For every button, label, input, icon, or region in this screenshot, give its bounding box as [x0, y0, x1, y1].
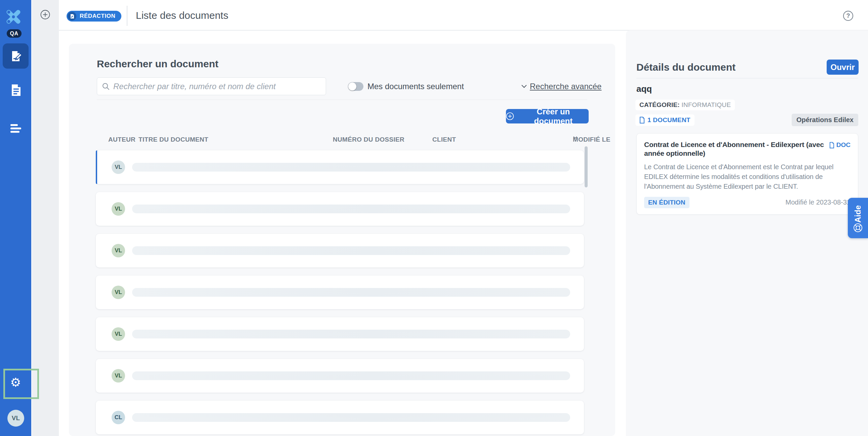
category-label: CATÉGORIE: — [640, 101, 680, 108]
document-icon — [640, 117, 645, 123]
document-row[interactable]: VL — [96, 192, 584, 226]
help-button[interactable]: ? — [843, 11, 853, 21]
document-description: Le Contrat de Licence et d'Abonnement es… — [644, 162, 850, 192]
document-type-badge: DOC — [829, 141, 850, 149]
author-avatar: VL — [112, 369, 125, 382]
search-field — [97, 77, 326, 95]
toggle-knob — [348, 82, 356, 90]
document-type-label: DOC — [836, 141, 850, 149]
sidebar-item-documents[interactable] — [3, 80, 29, 100]
redacted-title-bar — [132, 163, 570, 172]
document-icon — [829, 142, 834, 148]
redacted-title-bar — [132, 371, 570, 380]
search-divider — [97, 99, 587, 100]
advanced-search-link[interactable]: Recherche avancée — [521, 82, 601, 91]
module-badge-label: RÉDACTION — [80, 13, 115, 20]
owner-tag: Opérations Edilex — [792, 114, 858, 126]
redacted-title-bar — [132, 330, 570, 339]
author-avatar: VL — [112, 327, 125, 341]
app-logo-icon — [5, 9, 22, 25]
sidebar-item-list[interactable] — [3, 118, 29, 139]
redacted-title-bar — [132, 246, 570, 255]
document-row[interactable]: VL — [96, 317, 584, 351]
document-title: Contrat de Licence et d'Abonnement - Edi… — [644, 140, 825, 158]
document-row[interactable]: CL — [96, 401, 584, 434]
user-avatar[interactable]: VL — [7, 410, 24, 427]
author-avatar: VL — [112, 202, 125, 216]
column-modified-sort[interactable]: MODIFIÉ LE — [573, 136, 578, 139]
redacted-title-bar — [132, 205, 570, 213]
author-avatar: VL — [112, 161, 125, 174]
sidebar-item-redaction-active[interactable] — [3, 43, 29, 69]
document-card-header: Contrat de Licence et d'Abonnement - Edi… — [644, 140, 850, 158]
open-button[interactable]: Ouvrir — [827, 60, 859, 75]
my-documents-toggle[interactable] — [348, 82, 363, 91]
column-file-number: NUMÉRO DU DOSSIER — [333, 136, 404, 143]
document-lines-icon — [10, 84, 22, 96]
plus-circle-icon — [506, 112, 514, 120]
author-avatar: VL — [112, 286, 125, 299]
header-vertical-divider — [127, 6, 127, 26]
environment-badge: QA — [7, 29, 22, 38]
details-heading: Détails du document — [637, 62, 736, 73]
modified-date: Modifié le 2023-08-31 — [786, 199, 850, 206]
my-documents-toggle-label: Mes documents seulement — [367, 82, 464, 91]
document-row[interactable]: VL — [96, 275, 584, 309]
redaction-emblem — [68, 12, 76, 21]
author-avatar: VL — [112, 244, 125, 257]
column-client: CLIENT — [432, 136, 456, 143]
chevron-down-icon — [521, 84, 527, 88]
app-root: QA — [0, 0, 868, 436]
selected-document-name: aqq — [637, 84, 652, 94]
module-badge-redaction[interactable]: RÉDACTION — [67, 11, 121, 22]
redacted-title-bar — [132, 413, 570, 422]
advanced-search-label: Recherche avancée — [530, 82, 601, 91]
help-side-tab-label: Aide — [853, 204, 863, 224]
settings-highlight-box — [3, 369, 39, 399]
document-edit-icon — [9, 50, 22, 63]
create-document-label: Créer un document — [518, 107, 589, 126]
column-author: AUTEUR — [108, 136, 135, 143]
document-count-pill[interactable]: 1 DOCUMENT — [636, 114, 694, 126]
create-document-button[interactable]: Créer un document — [506, 109, 589, 123]
column-modified-label: MODIFIÉ LE — [573, 136, 611, 143]
document-row[interactable]: VL — [96, 359, 584, 393]
details-divider — [637, 78, 858, 78]
redacted-title-bar — [132, 288, 570, 297]
category-value: INFORMATIQUE — [681, 101, 731, 108]
document-detail-card[interactable]: Contrat de Licence et d'Abonnement - Edi… — [637, 133, 858, 215]
question-icon: ? — [846, 12, 850, 20]
author-avatar: CL — [112, 411, 125, 424]
status-badge: EN ÉDITION — [644, 197, 689, 208]
category-pill: CATÉGORIE: INFORMATIQUE — [636, 99, 735, 110]
add-workspace-button[interactable] — [40, 10, 50, 20]
table-header-row: AUTEUR TITRE DU DOCUMENT NUMÉRO DU DOSSI… — [96, 136, 584, 144]
document-row[interactable]: VL — [96, 150, 584, 184]
page-title: Liste des documents — [136, 10, 228, 21]
search-section-title: Rechercher un document — [97, 58, 218, 70]
lifebuoy-icon — [853, 223, 863, 233]
column-title: TITRE DU DOCUMENT — [138, 136, 209, 143]
details-meta-row: 1 DOCUMENT Opérations Edilex — [636, 114, 858, 126]
document-count-label: 1 DOCUMENT — [648, 116, 690, 124]
document-card-footer: EN ÉDITION Modifié le 2023-08-31 — [644, 197, 850, 208]
list-scrollbar[interactable] — [585, 146, 588, 187]
help-side-tab[interactable]: Aide — [848, 198, 868, 238]
search-input[interactable] — [113, 82, 321, 91]
document-pen-icon — [70, 14, 74, 19]
document-row[interactable]: VL — [96, 234, 584, 267]
align-left-lines-icon — [10, 123, 22, 134]
search-icon — [102, 82, 110, 90]
details-panel — [626, 30, 868, 436]
